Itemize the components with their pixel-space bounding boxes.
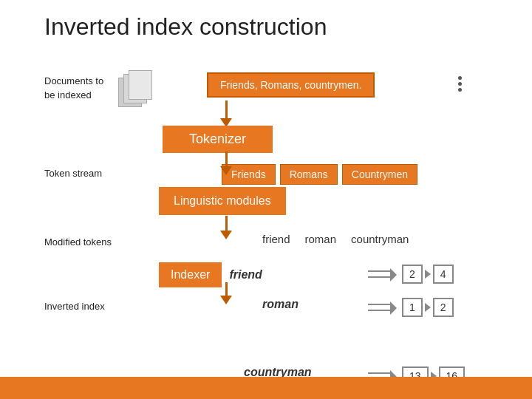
roman-arrow — [425, 303, 431, 312]
friend-num1: 2 — [402, 265, 423, 284]
linguistic-label: Linguistic modules — [159, 187, 286, 215]
mod-token-countryman: countryman — [351, 233, 409, 245]
linguistic-modules-box: Linguistic modules — [159, 187, 286, 215]
page: Inverted index construction Documents to… — [0, 0, 532, 399]
indexer-token-roman: roman — [262, 298, 299, 311]
friend-num2: 4 — [433, 265, 454, 284]
roman-row: roman — [262, 298, 299, 311]
modified-tokens-label: Modified tokens — [44, 236, 112, 248]
dot3 — [458, 88, 462, 92]
index-entry-friend: 2 4 — [368, 265, 454, 284]
mod-token-friend: friend — [262, 233, 290, 245]
token-countrymen: Countrymen — [342, 164, 417, 185]
roman-num2: 2 — [433, 298, 454, 317]
friend-arrow — [425, 270, 431, 279]
page-title: Inverted index construction — [44, 13, 327, 40]
tokenizer-box: Tokenizer — [163, 126, 273, 153]
tokenizer-label: Tokenizer — [163, 126, 273, 153]
mod-token-roman: roman — [305, 233, 337, 245]
token-stream-label: Token stream — [44, 168, 102, 179]
dot1 — [458, 76, 462, 80]
arrow-indexer-down — [220, 282, 232, 304]
roman-num1: 1 — [402, 298, 423, 317]
index-entry-roman: 1 2 — [368, 298, 454, 317]
token-romans: Romans — [280, 164, 338, 185]
indexer-row: Indexer friend — [159, 262, 262, 287]
doc-text: Friends, Romans, countrymen. — [207, 72, 375, 98]
arrow-to-tokenizer — [220, 100, 232, 127]
arrow-to-indexer — [220, 216, 232, 239]
modified-tokens: friend roman countryman — [262, 233, 409, 245]
indexer-label: Indexer — [159, 262, 222, 287]
token-stream-tokens: Friends Romans Countrymen — [222, 164, 417, 185]
dot2 — [458, 82, 462, 86]
inverted-index-label: Inverted index — [44, 301, 105, 312]
more-docs-indicator — [451, 76, 462, 92]
indexer-token-friend: friend — [229, 268, 262, 282]
doc-icon — [118, 70, 163, 107]
arrow-to-linguistic — [220, 151, 232, 175]
docs-label: Documents to be indexed — [44, 75, 103, 100]
doc-text-box: Friends, Romans, countrymen. — [192, 72, 375, 98]
bottom-bar — [0, 377, 532, 399]
